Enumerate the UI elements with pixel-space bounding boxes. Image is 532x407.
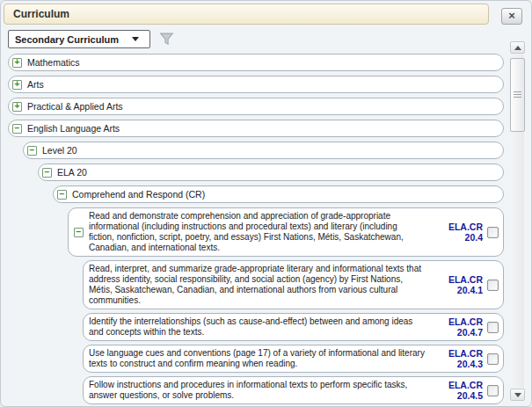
tree-item-label: ELA 20 <box>57 167 87 178</box>
tree-item-label: Follow instructions and procedures in in… <box>89 380 432 401</box>
scrollbar-thumb[interactable] <box>510 58 525 132</box>
scroll-up-button[interactable] <box>510 41 525 54</box>
tree-item-label: Read and demonstrate comprehension and a… <box>89 211 432 253</box>
tree-item-label: Identify the interrelationships (such as… <box>89 316 432 338</box>
tree-item[interactable]: −Comprehend and Respond (CR) <box>53 185 504 203</box>
scroll-up-icon <box>514 46 521 50</box>
expand-icon[interactable]: + <box>12 102 22 112</box>
tree-item[interactable]: Identify the interrelationships (such as… <box>83 313 504 341</box>
tree-item[interactable]: Read, interpret, and summarize grade-app… <box>83 260 504 309</box>
outcome-checkbox[interactable] <box>487 385 499 396</box>
panel-title: Curriculum <box>13 8 69 20</box>
scrollbar-track[interactable] <box>511 55 524 388</box>
scroll-thumb-grip <box>514 91 521 98</box>
tree-item[interactable]: −Read and demonstrate comprehension and … <box>68 207 504 257</box>
tree-item[interactable]: +Practical & Applied Arts <box>8 98 504 115</box>
vertical-scrollbar[interactable] <box>510 41 525 401</box>
tree-item-label: Comprehend and Respond (CR) <box>72 189 205 200</box>
outcome-code: ELA.CR 20.4.1 <box>432 274 483 295</box>
close-button[interactable]: × <box>501 8 522 25</box>
outcome-checkbox[interactable] <box>487 353 499 365</box>
collapse-icon[interactable]: − <box>12 124 22 134</box>
tree-item[interactable]: +Arts <box>8 76 504 93</box>
tree-item[interactable]: −Level 20 <box>23 142 504 159</box>
dropdown-selected-value: Secondary Curriculum <box>15 34 119 45</box>
toolbar: Secondary Curriculum <box>8 30 174 48</box>
outcome-checkbox[interactable] <box>487 280 499 291</box>
close-icon: × <box>508 9 515 22</box>
scroll-down-icon <box>514 393 521 397</box>
curriculum-tree: +Mathematics+Arts+Practical & Applied Ar… <box>1 54 509 406</box>
tree-item[interactable]: −ELA 20 <box>38 164 504 181</box>
tree-item[interactable]: −English Language Arts <box>8 120 504 137</box>
outcome-checkbox[interactable] <box>487 227 499 238</box>
outcome-code: ELA.CR 20.4.7 <box>432 316 483 338</box>
tree-item-label: English Language Arts <box>27 123 120 134</box>
expand-icon[interactable]: + <box>12 58 22 68</box>
tree-item-label: Read, interpret, and summarize grade-app… <box>89 264 432 306</box>
tree-item-label: Mathematics <box>27 57 80 68</box>
tree-item-label: Arts <box>27 79 44 90</box>
outcome-code: ELA.CR 20.4.5 <box>432 380 483 401</box>
tree-item-label: Use language cues and conventions (page … <box>89 348 432 369</box>
expand-icon[interactable]: + <box>12 80 22 90</box>
collapse-icon[interactable]: − <box>27 146 37 156</box>
filter-icon[interactable] <box>159 32 174 47</box>
collapse-icon[interactable]: − <box>57 190 67 200</box>
chevron-down-icon <box>132 37 139 41</box>
scroll-down-button[interactable] <box>510 389 525 401</box>
tree-item[interactable]: Use language cues and conventions (page … <box>83 345 504 373</box>
tree-item[interactable]: Follow instructions and procedures in in… <box>83 376 504 404</box>
tree-item-label: Practical & Applied Arts <box>27 101 123 112</box>
curriculum-type-dropdown[interactable]: Secondary Curriculum <box>8 30 150 48</box>
curriculum-panel: Curriculum × Secondary Curriculum +Mathe… <box>0 0 532 407</box>
outcome-code: ELA.CR 20.4.3 <box>432 348 483 369</box>
outcome-code: ELA.CR 20.4 <box>432 222 483 243</box>
panel-titlebar: Curriculum <box>4 4 489 25</box>
outcome-checkbox[interactable] <box>487 322 499 333</box>
tree-item-label: Level 20 <box>42 145 77 156</box>
collapse-icon[interactable]: − <box>74 228 84 237</box>
collapse-icon[interactable]: − <box>42 168 52 178</box>
tree-item[interactable]: +Mathematics <box>8 54 504 71</box>
